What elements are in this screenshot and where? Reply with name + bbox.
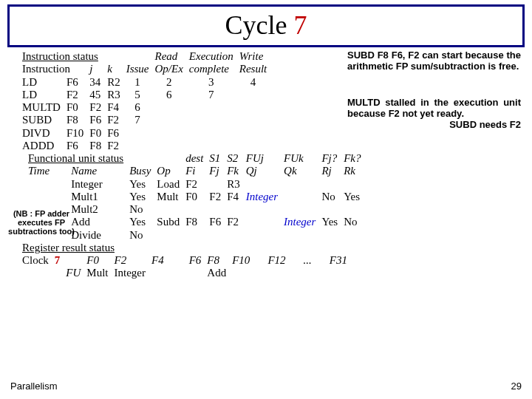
footer-left: Parallelism <box>10 381 58 392</box>
slide-content: Instruction status Read Execution Write … <box>0 50 532 280</box>
instruction-status-table: Instruction status Read Execution Write … <box>19 50 270 152</box>
nb-note: (NB : FP adder executes FP subtractions … <box>1 209 81 236</box>
reg-status-label: Register result status <box>19 242 350 254</box>
title-num: 7 <box>293 10 307 40</box>
annotation-subd: SUBD F8 F6, F2 can start because the ari… <box>347 50 521 72</box>
title-word: Cycle <box>225 10 294 40</box>
register-status-table: Register result status Clock 7 F0 F2 F4 … <box>19 242 350 280</box>
annotation-multd: MULTD stalled in the execution unit beca… <box>347 98 521 131</box>
instr-status-label: Instruction status <box>19 50 123 63</box>
slide-title: Cycle 7 <box>7 4 525 47</box>
fu-status-label: Functional unit status <box>25 152 126 165</box>
footer-page-number: 29 <box>511 381 522 392</box>
